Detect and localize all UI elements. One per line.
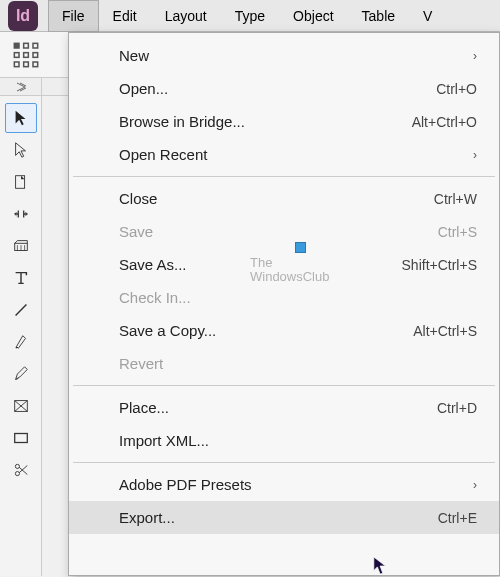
tool-rectangle[interactable]	[5, 423, 37, 453]
tool-line[interactable]	[5, 295, 37, 325]
tool-type[interactable]	[5, 263, 37, 293]
tool-gap[interactable]	[5, 199, 37, 229]
menuitem-label: Save As...	[119, 256, 187, 273]
menu-file[interactable]: File	[48, 0, 99, 32]
svg-line-19	[19, 467, 27, 474]
svg-rect-0	[14, 43, 19, 48]
svg-rect-6	[14, 62, 19, 67]
menuitem-save-copy[interactable]: Save a Copy... Alt+Ctrl+S	[69, 314, 499, 347]
menu-table-label: Table	[362, 8, 395, 24]
menuitem-label: Open...	[119, 80, 168, 97]
submenu-arrow-icon: ›	[473, 148, 477, 162]
tool-pen[interactable]	[5, 327, 37, 357]
menuitem-shortcut: Alt+Ctrl+S	[413, 323, 477, 339]
menu-type-label: Type	[235, 8, 265, 24]
svg-rect-2	[33, 43, 38, 48]
menu-truncated[interactable]: V	[409, 0, 446, 32]
tool-scissors[interactable]	[5, 455, 37, 485]
menuitem-label: Save	[119, 223, 153, 240]
ruler-corner[interactable]	[0, 78, 42, 95]
tool-direct-selection[interactable]	[5, 135, 37, 165]
tool-content-collector[interactable]	[5, 231, 37, 261]
menuitem-import-xml[interactable]: Import XML...	[69, 424, 499, 457]
menuitem-label: Revert	[119, 355, 163, 372]
menuitem-label: New	[119, 47, 149, 64]
menuitem-shortcut: Shift+Ctrl+S	[402, 257, 477, 273]
menuitem-open-recent[interactable]: Open Recent ›	[69, 138, 499, 171]
menuitem-place[interactable]: Place... Ctrl+D	[69, 391, 499, 424]
menuitem-shortcut: Ctrl+S	[438, 224, 477, 240]
menuitem-export[interactable]: Export... Ctrl+E	[69, 501, 499, 534]
svg-line-11	[15, 305, 26, 316]
menuitem-label: Export...	[119, 509, 175, 526]
menu-type[interactable]: Type	[221, 0, 279, 32]
svg-line-20	[19, 466, 27, 473]
reference-point-icon[interactable]	[12, 41, 40, 69]
menu-truncated-label: V	[423, 8, 432, 24]
tool-panel	[0, 96, 42, 576]
menuitem-shortcut: Ctrl+E	[438, 510, 477, 526]
svg-rect-16	[14, 434, 27, 443]
svg-rect-8	[33, 62, 38, 67]
menuitem-label: Open Recent	[119, 146, 207, 163]
menuitem-close[interactable]: Close Ctrl+W	[69, 182, 499, 215]
menuitem-shortcut: Alt+Ctrl+O	[412, 114, 477, 130]
menu-table[interactable]: Table	[348, 0, 409, 32]
menu-file-label: File	[62, 8, 85, 24]
svg-point-17	[15, 464, 19, 468]
menuitem-new[interactable]: New ›	[69, 39, 499, 72]
menuitem-save: Save Ctrl+S	[69, 215, 499, 248]
svg-rect-9	[15, 176, 24, 189]
tool-page[interactable]	[5, 167, 37, 197]
menuitem-check-in: Check In...	[69, 281, 499, 314]
menu-layout-label: Layout	[165, 8, 207, 24]
svg-rect-4	[24, 52, 29, 57]
tool-selection[interactable]	[5, 103, 37, 133]
menuitem-open[interactable]: Open... Ctrl+O	[69, 72, 499, 105]
tool-pencil[interactable]	[5, 359, 37, 389]
submenu-arrow-icon: ›	[473, 49, 477, 63]
svg-rect-3	[14, 52, 19, 57]
menuitem-label: Adobe PDF Presets	[119, 476, 252, 493]
menu-layout[interactable]: Layout	[151, 0, 221, 32]
svg-rect-5	[33, 52, 38, 57]
menuitem-shortcut: Ctrl+D	[437, 400, 477, 416]
menuitem-browse-bridge[interactable]: Browse in Bridge... Alt+Ctrl+O	[69, 105, 499, 138]
menu-separator	[73, 462, 495, 463]
menu-separator	[73, 176, 495, 177]
menuitem-revert: Revert	[69, 347, 499, 380]
menu-object[interactable]: Object	[279, 0, 347, 32]
menuitem-save-as[interactable]: Save As... Shift+Ctrl+S	[69, 248, 499, 281]
tool-rectangle-frame[interactable]	[5, 391, 37, 421]
app-icon-indesign: Id	[8, 1, 38, 31]
svg-point-12	[15, 347, 17, 349]
menuitem-label: Check In...	[119, 289, 191, 306]
menu-edit-label: Edit	[113, 8, 137, 24]
menu-separator	[73, 385, 495, 386]
menuitem-label: Close	[119, 190, 157, 207]
menuitem-pdf-presets[interactable]: Adobe PDF Presets ›	[69, 468, 499, 501]
menu-object-label: Object	[293, 8, 333, 24]
menuitem-label: Place...	[119, 399, 169, 416]
file-dropdown: New › Open... Ctrl+O Browse in Bridge...…	[68, 32, 500, 576]
menuitem-label: Browse in Bridge...	[119, 113, 245, 130]
svg-rect-1	[24, 43, 29, 48]
menuitem-shortcut: Ctrl+W	[434, 191, 477, 207]
menubar: Id File Edit Layout Type Object Table V	[0, 0, 500, 32]
menuitem-label: Save a Copy...	[119, 322, 216, 339]
submenu-arrow-icon: ›	[473, 478, 477, 492]
app-icon-text: Id	[16, 7, 30, 25]
menuitem-label: Import XML...	[119, 432, 209, 449]
svg-point-18	[15, 472, 19, 476]
menuitem-shortcut: Ctrl+O	[436, 81, 477, 97]
menu-edit[interactable]: Edit	[99, 0, 151, 32]
svg-rect-7	[24, 62, 29, 67]
